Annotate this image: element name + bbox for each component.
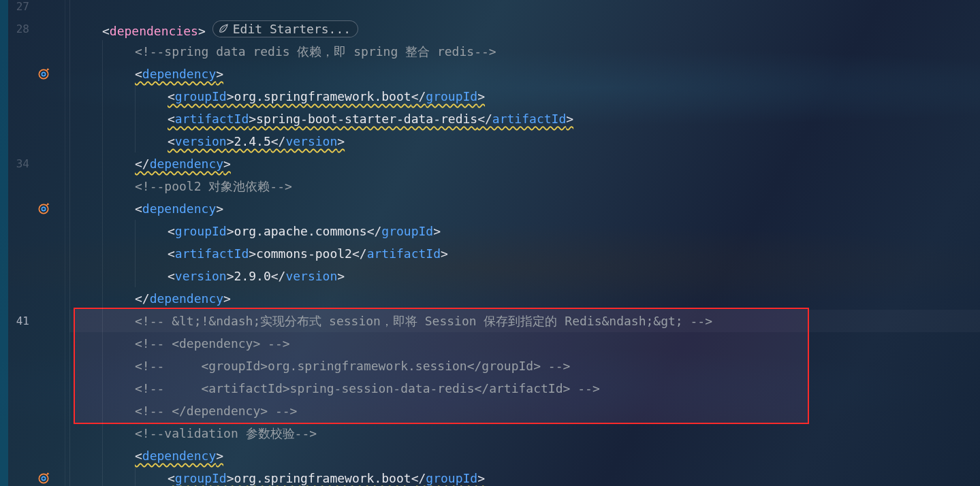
- code-line[interactable]: </dependency>: [69, 152, 980, 175]
- xml-comment: <!--pool2 对象池依赖-->: [135, 179, 292, 193]
- xml-comment: <!--spring data redis 依赖，即 spring 整合 red…: [135, 44, 496, 59]
- xml-bracket: >: [227, 224, 234, 238]
- indent-guide: [69, 130, 102, 152]
- xml-bracket: </: [271, 269, 286, 283]
- code-line[interactable]: <!--pool2 对象池依赖-->: [69, 175, 980, 197]
- indent-guide: [69, 355, 102, 377]
- xml-text: commons-pool2: [256, 246, 352, 261]
- code-line[interactable]: <artifactId>spring-boot-starter-data-red…: [69, 108, 980, 130]
- edit-starters-button[interactable]: Edit Starters...: [212, 20, 358, 37]
- svg-point-5: [42, 476, 45, 480]
- xml-bracket: >: [198, 23, 206, 37]
- xml-text: org.apache.commons: [234, 224, 367, 238]
- run-gutter-icon[interactable]: [35, 201, 52, 217]
- code-line[interactable]: <dependency>: [69, 63, 980, 85]
- xml-text: 2.9.0: [234, 269, 271, 283]
- code-line[interactable]: <!-- </dependency> -->: [69, 400, 980, 422]
- xml-tag-name: artifactId: [175, 246, 249, 261]
- indent-guide: [69, 85, 102, 108]
- code-line[interactable]: <groupId>org.springframework.boot</group…: [69, 467, 980, 486]
- xml-bracket: >: [249, 246, 256, 261]
- code-line[interactable]: <!-- <artifactId>spring-session-data-red…: [69, 377, 980, 400]
- edit-starters-label: Edit Starters...: [233, 22, 351, 36]
- xml-comment: <!-- </dependency> -->: [135, 404, 297, 418]
- indent-guide: [102, 63, 135, 85]
- run-gutter-icon[interactable]: [35, 66, 52, 82]
- indent-guide: [69, 0, 102, 18]
- xml-bracket: </: [135, 291, 150, 306]
- indent-guide: [69, 40, 102, 63]
- code-line[interactable]: <!--validation 参数校验-->: [69, 422, 980, 444]
- xml-bracket: <: [135, 201, 142, 216]
- xml-tag-name: groupId: [175, 224, 227, 238]
- xml-bracket: <: [168, 134, 175, 148]
- xml-text: org.springframework.boot: [234, 471, 411, 485]
- code-line[interactable]: <version>2.4.5</version>: [69, 130, 980, 152]
- xml-bracket: </: [477, 112, 492, 126]
- xml-bracket: >: [216, 67, 223, 81]
- indent-guide: [102, 265, 135, 287]
- indent-guide: [69, 467, 102, 486]
- code-line[interactable]: <artifactId>commons-pool2</artifactId>: [69, 242, 980, 265]
- xml-bracket: >: [441, 246, 448, 261]
- code-line[interactable]: <dependencies>Edit Starters...: [69, 18, 980, 40]
- indent-guide: [102, 467, 135, 486]
- xml-bracket: </: [367, 224, 382, 238]
- code-line[interactable]: <groupId>org.springframework.boot</group…: [69, 85, 980, 108]
- indent-guide: [69, 197, 102, 220]
- leaf-icon: [217, 22, 230, 35]
- indent-guide: [69, 108, 102, 130]
- xml-bracket: <: [135, 67, 142, 81]
- indent-guide: [135, 242, 168, 265]
- indent-guide: [69, 152, 102, 175]
- xml-bracket: <: [168, 471, 175, 485]
- code-line[interactable]: <!-- &lt;!&ndash;实现分布式 session，即将 Sessio…: [69, 310, 980, 332]
- xml-bracket: >: [223, 291, 231, 306]
- xml-bracket: <: [102, 23, 110, 37]
- xml-bracket: >: [227, 134, 234, 148]
- xml-bracket: <: [168, 269, 175, 283]
- svg-point-1: [42, 72, 45, 76]
- indent-guide: [102, 108, 135, 130]
- xml-tag-name: version: [175, 134, 227, 148]
- editor-code-area[interactable]: <dependencies>Edit Starters...<!--spring…: [69, 0, 980, 486]
- indent-guide: [69, 310, 102, 332]
- indent-guide: [102, 332, 135, 355]
- svg-point-3: [42, 207, 45, 210]
- xml-bracket: </: [411, 471, 426, 485]
- editor-gutter: 27283441: [0, 0, 65, 486]
- code-line[interactable]: <dependency>: [69, 444, 980, 467]
- svg-point-0: [39, 69, 48, 78]
- code-line[interactable]: [69, 0, 980, 18]
- code-line[interactable]: <!-- <groupId>org.springframework.sessio…: [69, 355, 980, 377]
- xml-tag-name: groupId: [175, 471, 227, 485]
- indent-guide: [135, 108, 168, 130]
- xml-comment: <!-- <groupId>org.springframework.sessio…: [135, 359, 570, 373]
- indent-guide: [102, 85, 135, 108]
- indent-guide: [69, 265, 102, 287]
- code-line[interactable]: <dependency>: [69, 197, 980, 220]
- xml-bracket: <: [135, 449, 142, 463]
- indent-guide: [102, 220, 135, 242]
- code-line[interactable]: </dependency>: [69, 287, 980, 310]
- code-line[interactable]: <version>2.9.0</version>: [69, 265, 980, 287]
- code-line[interactable]: <groupId>org.apache.commons</groupId>: [69, 220, 980, 242]
- run-gutter-icon[interactable]: [35, 470, 52, 487]
- indent-guide: [69, 422, 102, 444]
- xml-tag-name: dependency: [142, 67, 216, 81]
- indent-guide: [135, 265, 168, 287]
- xml-tag-name: version: [285, 269, 337, 283]
- xml-bracket: </: [271, 134, 286, 148]
- indent-guide: [69, 18, 102, 40]
- indent-guide: [69, 332, 102, 355]
- svg-point-2: [39, 204, 48, 213]
- line-number: 27: [2, 0, 29, 13]
- xml-tag-name: dependencies: [110, 23, 198, 37]
- xml-tag-name: artifactId: [492, 112, 566, 126]
- xml-bracket: >: [227, 471, 234, 485]
- code-line[interactable]: <!-- <dependency> -->: [69, 332, 980, 355]
- code-line[interactable]: <!--spring data redis 依赖，即 spring 整合 red…: [69, 40, 980, 63]
- indent-guide: [102, 310, 135, 332]
- indent-guide: [69, 377, 102, 400]
- xml-bracket: >: [337, 269, 345, 283]
